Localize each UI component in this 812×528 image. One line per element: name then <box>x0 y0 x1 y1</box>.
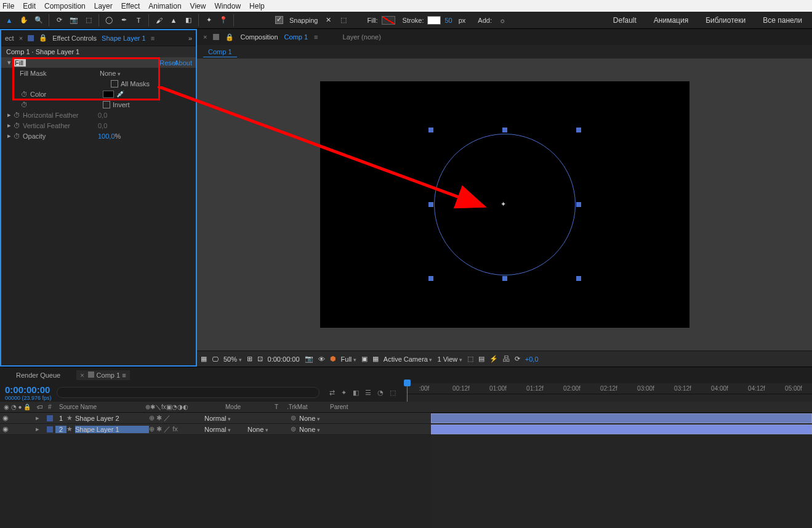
blend-mode-dropdown[interactable]: Normal <box>204 415 247 422</box>
menu-effect[interactable]: Effect <box>121 2 140 10</box>
time-ruler[interactable]: :00f 00:12f 01:00f 01:12f 02:00f 02:12f … <box>406 383 812 394</box>
draft3d-icon[interactable]: ✦ <box>341 389 347 397</box>
menu-edit[interactable]: Edit <box>23 2 36 10</box>
fast-preview-icon[interactable]: ⚡ <box>489 355 498 363</box>
stroke-swatch[interactable] <box>427 16 441 25</box>
layer-row[interactable]: ◉ ▸ 1 ★ Shape Layer 2 ⊕ ✱ ／ Normal ⊚ Non… <box>0 413 431 424</box>
layer-name[interactable]: Shape Layer 1 <box>75 426 149 433</box>
exposure-value[interactable]: +0,0 <box>525 355 539 363</box>
menu-animation[interactable]: Animation <box>148 2 181 10</box>
twirl-icon[interactable]: ▾ <box>6 59 12 67</box>
workspace-default[interactable]: Default <box>613 16 637 25</box>
pen-tool-icon[interactable]: ✒ <box>117 14 131 27</box>
roi-icon[interactable]: ▣ <box>361 355 368 363</box>
close-tab-icon[interactable]: × <box>203 33 207 41</box>
h-feather-value[interactable]: 0,0 <box>98 112 107 119</box>
current-timecode[interactable]: 0:00:00:00 <box>5 384 52 395</box>
layer-color-icon[interactable] <box>47 415 53 421</box>
lock-icon[interactable]: 🔒 <box>39 34 47 42</box>
fx-enable-badge[interactable]: Fill <box>12 59 26 67</box>
render-queue-tab[interactable]: Render Queue <box>12 370 64 380</box>
visibility-icon[interactable]: ◉ <box>0 414 9 422</box>
transform-handle[interactable] <box>428 128 433 132</box>
fill-mask-dropdown[interactable]: None <box>100 70 121 77</box>
layer-none-tab[interactable]: Layer (none) <box>343 33 381 41</box>
transform-handle[interactable] <box>576 276 581 281</box>
selection-tool-icon[interactable]: ▲ <box>2 14 16 27</box>
show-snapshot-icon[interactable]: 👁 <box>318 355 325 363</box>
snap-opt-icon[interactable]: ✕ <box>322 14 336 27</box>
panel-tab-truncated[interactable]: ect <box>5 35 14 42</box>
col-number[interactable]: # <box>48 404 59 410</box>
composition-canvas[interactable]: ✦ <box>320 81 689 328</box>
workspace-animation[interactable]: Анимация <box>654 16 688 25</box>
grid-icon[interactable]: ⊞ <box>247 355 252 363</box>
camera-dropdown[interactable]: Active Camera <box>384 355 433 363</box>
col-source[interactable]: Source Name <box>59 404 145 410</box>
transform-handle[interactable] <box>502 128 507 132</box>
pickwhip-icon[interactable]: ⊚ <box>291 414 299 422</box>
panel-layer-link[interactable]: Shape Layer 1 <box>102 35 146 42</box>
all-masks-checkbox[interactable] <box>111 80 118 87</box>
transform-handle[interactable] <box>502 276 507 281</box>
pickwhip-icon[interactable]: ⊚ <box>291 425 299 433</box>
view-layout-icon[interactable]: ⬚ <box>467 355 473 363</box>
close-tab-icon[interactable]: × <box>19 35 23 42</box>
ellipse-tool-icon[interactable]: ◯ <box>102 14 116 27</box>
alpha-icon[interactable]: ▦ <box>201 355 207 363</box>
motion-blur-icon[interactable]: ☰ <box>365 389 371 397</box>
menu-file[interactable]: File <box>2 2 14 10</box>
comp-timeline-tab[interactable]: ×Comp 1 ≡ <box>76 370 129 380</box>
layer-color-icon[interactable] <box>47 426 53 433</box>
workspace-libraries[interactable]: Библиотеки <box>705 16 746 25</box>
trackmatte-dropdown[interactable]: None <box>247 426 291 433</box>
reset-exposure-icon[interactable]: ⟳ <box>515 355 520 363</box>
frame-blend-icon[interactable]: ◧ <box>353 389 359 397</box>
track-tool-icon[interactable]: ⬚ <box>82 14 95 27</box>
layer-switches[interactable]: ⊕ ✱ ／ fx <box>149 424 204 434</box>
menu-window[interactable]: Window <box>214 2 241 10</box>
twirl-icon[interactable]: ▸ <box>6 121 12 129</box>
zoom-tool-icon[interactable]: 🔍 <box>32 14 46 27</box>
color-swatch[interactable] <box>103 91 114 98</box>
menu-view[interactable]: View <box>190 2 206 10</box>
menu-layer[interactable]: Layer <box>94 2 113 10</box>
composition-viewport[interactable]: ✦ <box>197 59 812 351</box>
layer-search-input[interactable] <box>57 387 320 398</box>
transform-handle[interactable] <box>428 202 433 207</box>
graph-editor-icon[interactable]: ◔ <box>377 389 384 397</box>
snapping-checkbox[interactable] <box>275 16 283 24</box>
monitor-icon[interactable]: 🖵 <box>212 355 219 363</box>
col-t[interactable]: T <box>275 404 287 410</box>
comp-breadcrumb[interactable]: Comp 1 <box>203 47 237 57</box>
col-parent[interactable]: Parent <box>330 404 379 410</box>
visibility-icon[interactable]: ◉ <box>0 425 9 433</box>
workspace-all-panels[interactable]: Все панели <box>763 16 802 25</box>
add-menu-icon[interactable]: ☼ <box>496 14 509 27</box>
menu-composition[interactable]: Composition <box>44 2 86 10</box>
comp-name-link[interactable]: Comp 1 <box>284 33 308 41</box>
stroke-width-value[interactable]: 50 <box>444 17 452 24</box>
transform-handle[interactable] <box>428 276 433 281</box>
shy-icon[interactable]: ⇄ <box>329 389 335 397</box>
transparency-icon[interactable]: ▦ <box>372 355 379 363</box>
layer-row[interactable]: ◉ ▸ 2 ★ Shape Layer 1 ⊕ ✱ ／ fx Normal No… <box>0 424 431 435</box>
parent-dropdown[interactable]: None <box>299 415 342 422</box>
stopwatch-color-icon[interactable]: ⏱ <box>21 91 28 98</box>
transform-handle[interactable] <box>576 128 581 132</box>
guides-icon[interactable]: ⊡ <box>257 355 263 363</box>
stopwatch-opacity-icon[interactable]: ⏱ <box>14 132 20 140</box>
layer-name[interactable]: Shape Layer 2 <box>75 415 149 422</box>
anchor-point-icon[interactable]: ✦ <box>500 200 509 209</box>
expand-panel-icon[interactable]: » <box>188 35 192 42</box>
lock-icon[interactable]: 🔒 <box>225 33 234 41</box>
twirl-icon[interactable]: ▸ <box>6 132 12 140</box>
col-trkmat[interactable]: .TrkMat <box>287 404 330 410</box>
stopwatch-vfeather-icon[interactable]: ⏱ <box>14 122 20 129</box>
brain-icon[interactable]: ⬚ <box>390 389 396 397</box>
snap-opt2-icon[interactable]: ⬚ <box>337 14 350 27</box>
pixel-aspect-icon[interactable]: ▤ <box>478 355 484 363</box>
transform-handle[interactable] <box>576 202 581 207</box>
camera-tool-icon[interactable]: 📷 <box>67 14 81 27</box>
twirl-icon[interactable]: ▸ <box>6 111 12 119</box>
